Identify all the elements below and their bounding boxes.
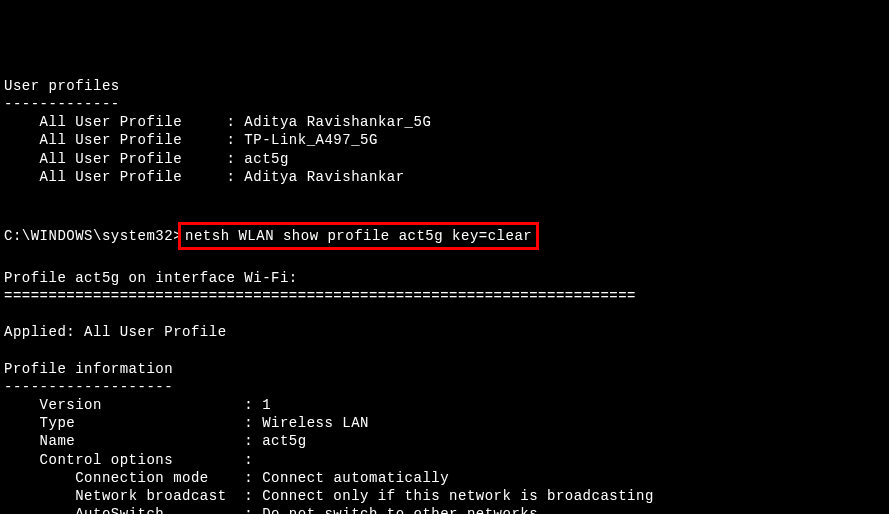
profile-label: All User Profile: [40, 151, 182, 167]
profile-info-dashes: -------------------: [4, 379, 173, 395]
colon: :: [227, 114, 236, 130]
info-label: Version: [40, 397, 102, 413]
profile-info-header: Profile information: [4, 361, 173, 377]
profile-label: All User Profile: [40, 169, 182, 185]
command-highlight: netsh WLAN show profile act5g key=clear: [178, 222, 539, 250]
info-value: Connect only if this network is broadcas…: [262, 488, 654, 504]
info-value: act5g: [262, 433, 307, 449]
colon: :: [227, 169, 236, 185]
colon: :: [227, 132, 236, 148]
terminal-output[interactable]: User profiles ------------- All User Pro…: [4, 77, 885, 514]
info-value: Wireless LAN: [262, 415, 369, 431]
profile-label: All User Profile: [40, 114, 182, 130]
info-sublabel: AutoSwitch: [75, 506, 164, 514]
info-value: Connect automatically: [262, 470, 449, 486]
applied-line: Applied: All User Profile: [4, 324, 227, 340]
colon: :: [227, 151, 236, 167]
info-label: Type: [40, 415, 76, 431]
info-sublabel: Network broadcast: [75, 488, 226, 504]
command-text: netsh WLAN show profile act5g key=clear: [185, 228, 532, 244]
profile-label: All User Profile: [40, 132, 182, 148]
info-label: Control options: [40, 452, 174, 468]
info-value: Do not switch to other networks: [262, 506, 538, 514]
profile-value: Aditya Ravishankar_5G: [244, 114, 431, 130]
profile-value: TP-Link_A497_5G: [244, 132, 378, 148]
section-dashes: -------------: [4, 96, 120, 112]
equals-divider: ========================================…: [4, 288, 636, 304]
interface-line: Profile act5g on interface Wi-Fi:: [4, 270, 298, 286]
command-prompt: C:\WINDOWS\system32>: [4, 228, 182, 244]
info-sublabel: Connection mode: [75, 470, 209, 486]
profile-value: Aditya Ravishankar: [244, 169, 404, 185]
profile-value: act5g: [244, 151, 289, 167]
info-value: 1: [262, 397, 271, 413]
info-label: Name: [40, 433, 76, 449]
section-header: User profiles: [4, 78, 120, 94]
